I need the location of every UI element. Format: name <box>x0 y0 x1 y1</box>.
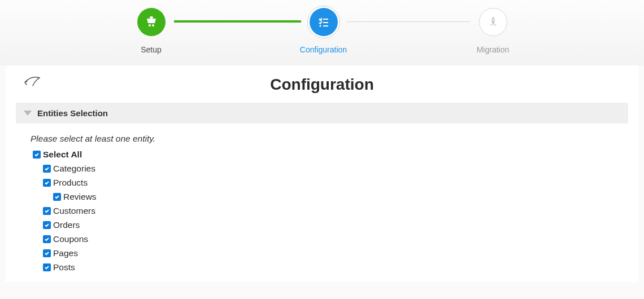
row-coupons: Coupons <box>43 234 638 244</box>
list-icon <box>310 8 338 36</box>
checkbox-pages[interactable] <box>43 249 51 257</box>
checkbox-customers[interactable] <box>43 207 51 215</box>
svg-point-7 <box>319 25 321 27</box>
checkbox-categories[interactable] <box>43 165 51 173</box>
row-categories: Categories <box>43 164 638 174</box>
label-coupons: Coupons <box>53 234 88 244</box>
section-hint: Please select at least one entity. <box>31 134 638 144</box>
label-posts: Posts <box>53 262 75 272</box>
label-pages: Pages <box>53 248 78 258</box>
row-customers: Customers <box>43 206 638 216</box>
page-header: Configuration <box>6 65 638 96</box>
svg-point-3 <box>152 24 154 27</box>
checkbox-coupons[interactable] <box>43 235 51 243</box>
label-customers: Customers <box>53 206 95 216</box>
checkbox-reviews[interactable] <box>53 193 61 201</box>
page-title: Configuration <box>19 76 625 94</box>
back-button[interactable] <box>23 76 42 93</box>
label-categories: Categories <box>53 164 95 174</box>
checkbox-products[interactable] <box>43 179 51 187</box>
label-select-all: Select All <box>43 150 82 160</box>
checkbox-orders[interactable] <box>43 221 51 229</box>
svg-point-2 <box>149 24 151 27</box>
svg-point-8 <box>492 19 494 21</box>
checkbox-posts[interactable] <box>43 263 51 271</box>
row-orders: Orders <box>43 220 638 230</box>
row-select-all: Select All <box>33 150 638 160</box>
row-pages: Pages <box>43 248 638 258</box>
step-configuration-label: Configuration <box>300 45 347 54</box>
label-products: Products <box>53 178 88 188</box>
chevron-down-icon <box>24 111 32 116</box>
rocket-icon <box>479 8 507 36</box>
stepper: Setup Configuration <box>0 0 644 65</box>
row-reviews: Reviews <box>53 192 638 202</box>
step-configuration[interactable]: Configuration <box>301 6 346 54</box>
step-setup[interactable]: Setup <box>129 6 174 54</box>
row-products: Products <box>43 178 638 188</box>
page-card: Configuration Entities Selection Please … <box>6 65 638 282</box>
row-posts: Posts <box>43 262 638 272</box>
svg-rect-1 <box>150 17 153 18</box>
step-migration[interactable]: Migration <box>471 6 516 54</box>
label-orders: Orders <box>53 220 80 230</box>
connector-1 <box>174 20 301 23</box>
step-setup-label: Setup <box>141 45 162 54</box>
section-entities-header[interactable]: Entities Selection <box>16 103 628 124</box>
label-reviews: Reviews <box>63 192 97 202</box>
section-entities-title: Entities Selection <box>37 108 108 118</box>
step-migration-label: Migration <box>477 45 510 54</box>
checkbox-select-all[interactable] <box>33 151 41 159</box>
connector-2 <box>346 21 471 22</box>
cart-icon <box>137 8 166 36</box>
